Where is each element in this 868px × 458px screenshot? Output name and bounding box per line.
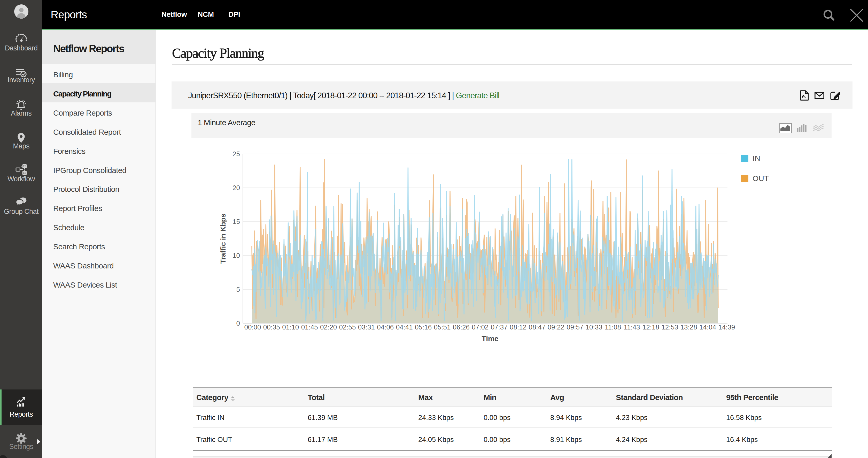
svg-text:09:57: 09:57	[566, 323, 583, 331]
svg-text:00:00: 00:00	[244, 323, 261, 331]
svg-text:0: 0	[237, 319, 240, 327]
svg-text:15: 15	[232, 218, 240, 226]
svg-text:12:53: 12:53	[661, 323, 678, 331]
svg-text:11:43: 11:43	[624, 323, 640, 331]
svg-text:14:04: 14:04	[699, 323, 716, 331]
svg-text:02:20: 02:20	[320, 323, 337, 331]
svg-text:20: 20	[232, 184, 240, 192]
svg-text:07:37: 07:37	[491, 323, 507, 331]
svg-text:00:35: 00:35	[263, 323, 280, 331]
svg-text:05:16: 05:16	[415, 323, 432, 331]
svg-text:Time: Time	[482, 335, 499, 343]
svg-text:08:47: 08:47	[529, 323, 545, 331]
svg-text:11:08: 11:08	[605, 323, 621, 331]
svg-text:09:22: 09:22	[548, 323, 564, 331]
svg-text:IN: IN	[752, 154, 760, 163]
svg-text:01:45: 01:45	[301, 323, 318, 331]
svg-text:02:55: 02:55	[339, 323, 356, 331]
svg-text:05:51: 05:51	[434, 323, 451, 331]
svg-text:14:39: 14:39	[718, 323, 735, 331]
svg-text:01:10: 01:10	[282, 323, 299, 331]
svg-text:10:33: 10:33	[586, 323, 602, 331]
svg-text:04:41: 04:41	[396, 323, 413, 331]
svg-text:07:02: 07:02	[472, 323, 489, 331]
svg-text:13:28: 13:28	[680, 323, 697, 331]
svg-text:03:31: 03:31	[358, 323, 375, 331]
svg-text:08:12: 08:12	[510, 323, 526, 331]
svg-text:12:18: 12:18	[643, 323, 659, 331]
svg-text:06:26: 06:26	[453, 323, 470, 331]
svg-text:OUT: OUT	[752, 174, 769, 182]
svg-text:5: 5	[237, 286, 240, 293]
svg-text:25: 25	[232, 150, 240, 158]
svg-text:10: 10	[232, 252, 240, 259]
svg-text:04:06: 04:06	[377, 323, 394, 331]
svg-text:Traffic in Kbps: Traffic in Kbps	[219, 213, 227, 264]
